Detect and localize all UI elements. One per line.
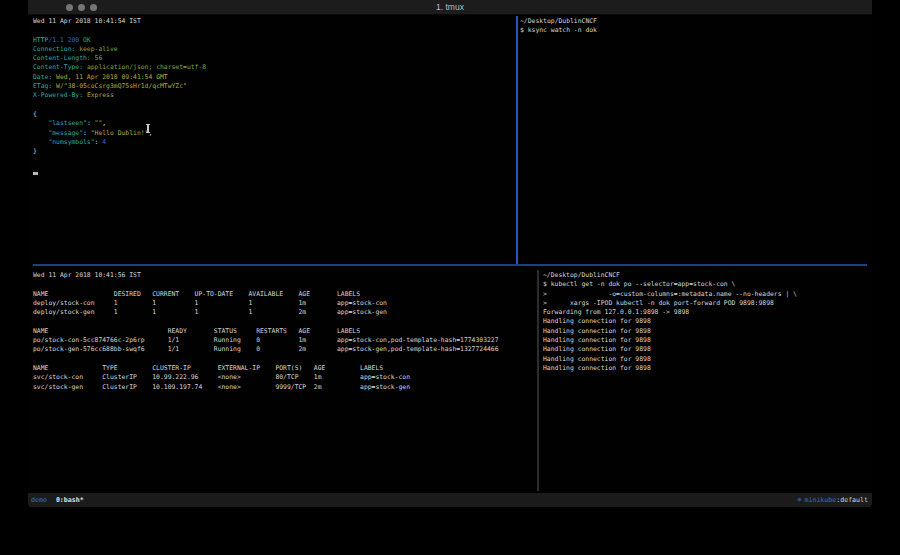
response-header: X-Powered-By:Express	[33, 91, 516, 100]
session-name: demo	[31, 496, 47, 504]
window-titlebar[interactable]: 1. tmux	[28, 0, 872, 15]
active-pane-divider-vertical	[516, 16, 518, 264]
timestamp-line: Wed 11 Apr 2018 10:41:54 IST	[33, 17, 516, 26]
terminal-window: 1. tmux Wed 11 Apr 2018 10:41:54 IST HTT…	[28, 0, 872, 508]
pane-ksync-watch[interactable]: ~/Desktop/DublinCNCF $ ksync watch -n do…	[520, 14, 872, 264]
status-left: demo0:bash*	[31, 493, 84, 507]
terminal-output: ~/Desktop/DublinCNCF $ kubectl get -n do…	[543, 271, 872, 373]
pane-kubectl-resources[interactable]: Wed 11 Apr 2018 10:41:56 IST NAME DESIRE…	[28, 267, 537, 493]
http-version-code: /1.1 200	[48, 36, 79, 44]
http-protocol: HTTP	[33, 36, 48, 44]
json-open-brace: {	[33, 110, 516, 119]
pane-http-response[interactable]: Wed 11 Apr 2018 10:41:54 IST HTTP/1.1 20…	[28, 14, 516, 264]
inactive-pane-divider-vertical	[537, 270, 539, 491]
json-entry: "lastseen": "",	[33, 119, 516, 128]
pane-port-forward[interactable]: ~/Desktop/DublinCNCF $ kubectl get -n do…	[543, 267, 872, 493]
status-right: ☸minikube:default	[797, 493, 868, 507]
terminal-output: ~/Desktop/DublinCNCF $ ksync watch -n do…	[520, 17, 872, 36]
kube-namespace: :default	[836, 496, 868, 504]
response-header: Content-Type:application/json; charset=u…	[33, 63, 516, 72]
json-entry: "message": "Hello Dublin!",	[33, 129, 516, 138]
timestamp-line: Wed 11 Apr 2018 10:41:56 IST	[33, 271, 537, 280]
http-reason: OK	[79, 36, 91, 44]
json-entry: "numsymbols": 4	[33, 138, 516, 147]
services-table: NAME TYPE CLUSTER-IP EXTERNAL-IP PORT(S)…	[33, 364, 537, 392]
pods-table: NAME READY STATUS RESTARTS AGE LABELS po…	[33, 327, 537, 355]
http-status-line: HTTP/1.1 200OK	[33, 36, 516, 45]
response-header: Connection:keep-alive	[33, 45, 516, 54]
json-close-brace: }	[33, 147, 516, 156]
response-header: ETag:W/"38-05coCsrg3mQ75sHr1d/qcMTwYZc"	[33, 82, 516, 91]
active-pane-divider-horizontal	[33, 264, 867, 266]
mouse-text-cursor-icon	[147, 124, 149, 133]
tmux-status-bar: demo0:bash* ☸minikube:default	[28, 493, 872, 507]
deployments-table: NAME DESIRED CURRENT UP-TO-DATE AVAILABL…	[33, 290, 537, 318]
window-label: 0:bash*	[47, 496, 84, 504]
kube-context: minikube	[801, 496, 836, 504]
response-header: Date:Wed, 11 Apr 2018 09:41:54 GMT	[33, 73, 516, 82]
window-title: 1. tmux	[28, 0, 872, 14]
response-header: Content-Length:56	[33, 54, 516, 63]
terminal-cursor	[33, 172, 38, 175]
